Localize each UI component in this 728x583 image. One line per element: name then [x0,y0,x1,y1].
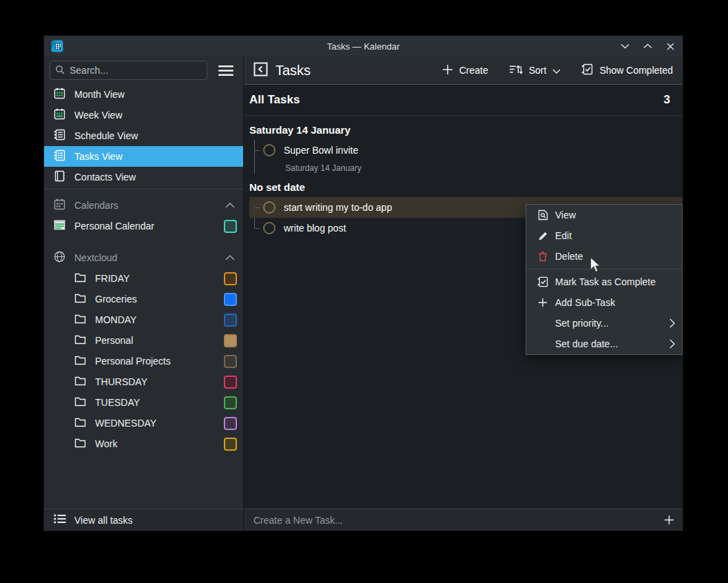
folder-icon [74,355,86,367]
task-subtitle: Saturday 14 January [249,161,683,176]
task-checkbox[interactable] [263,144,275,156]
maximize-button[interactable] [642,41,653,52]
calendar-item-monday[interactable]: MONDAY [44,309,243,330]
submenu-chevron-right-icon [669,318,675,328]
calendar-item-thursday[interactable]: THURSDAY [44,371,243,392]
view-all-tasks-label: View all tasks [74,515,133,526]
calendar-color-swatch[interactable] [224,314,237,327]
calendar-color-swatch[interactable] [224,376,237,389]
sidebar-item-month-view[interactable]: Month View [44,84,243,105]
task-group: Saturday 14 January Super Bowl invite Sa… [244,119,683,176]
sidebar-item-tasks-view[interactable]: Tasks View [44,146,243,167]
calendar-label: THURSDAY [95,376,147,387]
menu-item-view[interactable]: View [526,205,682,225]
sort-icon [509,64,523,77]
main-toolbar: Tasks Create Sort [244,57,683,85]
calendar-item-groceries[interactable]: Groceries [44,289,243,309]
chevron-up-icon[interactable] [225,255,235,260]
calendar-color-swatch[interactable] [224,417,237,430]
sidebar-item-schedule-view[interactable]: Schedule View [44,125,243,146]
create-button[interactable]: Create [442,64,488,77]
view-all-tasks-button[interactable]: View all tasks [44,509,243,531]
new-task-bar [244,509,683,531]
calendar-label: MONDAY [95,314,136,325]
folder-icon [74,272,86,285]
calendar-month-icon [54,88,65,101]
tasks-page-icon [253,62,268,79]
new-task-input[interactable] [252,514,664,526]
calendar-color-swatch[interactable] [224,220,237,233]
globe-icon [54,251,65,265]
kalendar-window: Tasks — Kalendar [44,36,683,531]
calendar-color-swatch[interactable] [224,272,237,285]
sidebar-item-label: Schedule View [74,130,138,141]
minimize-button[interactable] [619,41,630,52]
plus-icon [537,297,548,308]
calendar-item-personal[interactable]: Personal [44,330,243,351]
sidebar-item-week-view[interactable]: Week View [44,105,243,125]
sort-button[interactable]: Sort [509,64,561,77]
context-menu: View Edit Delete Mark Task as Complete [526,204,683,355]
app-icon [51,40,63,52]
calendar-item-friday[interactable]: FRIDAY [44,268,243,289]
calendar-item-personal-projects[interactable]: Personal Projects [44,351,243,371]
sidebar-separator [44,189,243,190]
nextcloud-section-header[interactable]: Nextcloud [44,247,243,268]
calendar-color-swatch[interactable] [224,396,237,409]
tasks-icon [54,150,65,163]
task-checkbox[interactable] [263,201,275,214]
show-completed-button[interactable]: Show Completed [581,63,673,77]
contacts-icon [54,170,65,184]
calendar-item-personal-calendar[interactable]: Personal Calendar [44,216,243,236]
menu-item-delete[interactable]: Delete [526,246,682,267]
folder-icon [74,314,86,326]
titlebar[interactable]: Tasks — Kalendar [44,36,683,57]
menu-item-edit[interactable]: Edit [526,225,682,246]
calendar-color-swatch[interactable] [224,293,237,306]
close-button[interactable] [665,41,676,52]
sidebar-item-label: Tasks View [74,151,123,162]
personal-calendar-icon [54,220,65,232]
calendar-label: TUESDAY [95,397,140,408]
calendar-color-swatch[interactable] [224,438,237,451]
submenu-chevron-right-icon [669,339,675,349]
calendar-label: Personal [95,335,133,346]
menu-item-mark-complete[interactable]: Mark Task as Complete [526,272,682,292]
task-count-badge: 3 [664,93,670,107]
add-task-icon[interactable] [664,515,674,525]
menu-item-set-priority[interactable]: Set priority... [526,313,682,334]
edit-icon [537,230,548,241]
list-header: All Tasks 3 [244,85,683,116]
task-row[interactable]: Super Bowl invite [249,140,683,161]
menu-item-add-subtask[interactable]: Add Sub-Task [526,292,682,313]
search-icon [55,65,65,77]
calendar-label: FRIDAY [95,273,129,284]
search-input[interactable] [50,61,207,80]
hamburger-menu-icon[interactable] [214,61,238,80]
sidebar-item-label: Month View [74,89,125,100]
task-title: write blog post [284,223,346,234]
folder-icon [74,334,86,347]
calendar-item-work[interactable]: Work [44,433,243,454]
calendar-item-tuesday[interactable]: TUESDAY [44,392,243,413]
calendar-label: Personal Projects [95,356,171,367]
tree-tick [255,228,260,229]
menu-item-set-due-date[interactable]: Set due date... [526,334,682,354]
calendar-color-swatch[interactable] [224,355,237,368]
sidebar-item-contacts-view[interactable]: Contacts View [44,167,243,187]
sidebar-item-label: Week View [74,110,123,121]
chevron-down-icon [552,65,561,76]
section-label: Nextcloud [74,252,117,263]
chevron-up-icon[interactable] [225,203,235,208]
calendar-label: Groceries [95,294,137,305]
calendar-week-icon [54,108,65,122]
calendar-item-wednesday[interactable]: WEDNESDAY [44,413,243,433]
calendars-section-header[interactable]: Calendars [44,195,243,216]
calendar-label: Personal Calendar [74,221,154,232]
task-checkbox[interactable] [263,222,275,234]
calendar-color-swatch[interactable] [224,334,237,347]
view-all-tasks-icon [54,514,66,526]
calendars-icon [54,198,65,212]
tree-tick [255,207,260,208]
calendar-label: Work [95,438,117,449]
